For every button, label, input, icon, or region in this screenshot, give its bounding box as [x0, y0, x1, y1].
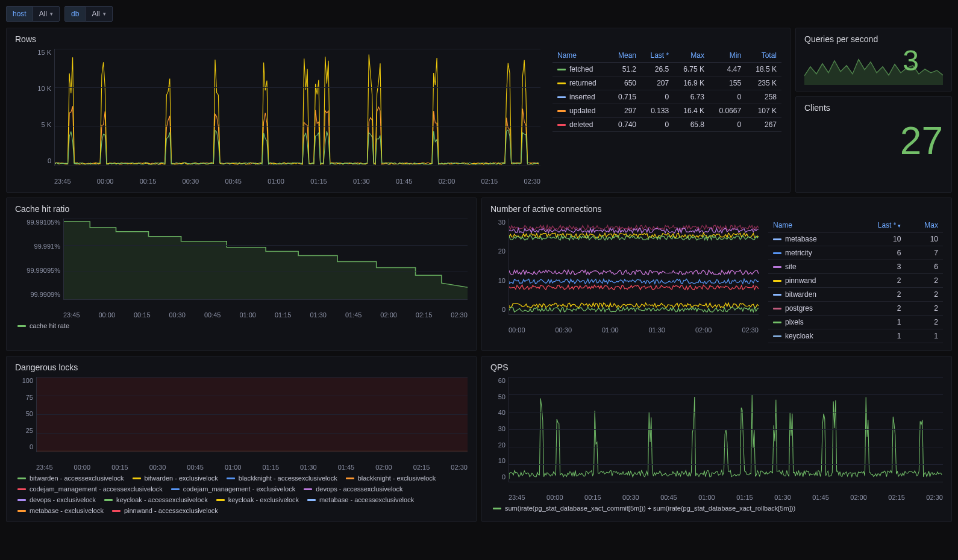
- var-host-select[interactable]: All ▾: [33, 6, 60, 22]
- var-host-value: All: [39, 10, 47, 18]
- table-row[interactable]: returned65020716.9 K155235 K: [553, 76, 781, 90]
- chevron-down-icon: ▾: [103, 11, 106, 17]
- table-header[interactable]: Name: [553, 49, 609, 63]
- panel-clients-stat[interactable]: Clients 27: [795, 96, 952, 193]
- panel-qps-stat[interactable]: Queries per second 3: [795, 28, 952, 92]
- panel-title: Queries per second: [804, 34, 943, 44]
- table-row[interactable]: inserted0.71506.730258: [553, 90, 781, 104]
- legend-item[interactable]: bitwarden - accessexclusivelock: [17, 474, 124, 482]
- table-header[interactable]: Name: [768, 219, 853, 232]
- legend-item[interactable]: metabase - accessexclusivelock: [307, 496, 414, 503]
- panel-title: Dangerous locks: [15, 362, 468, 372]
- table-header[interactable]: Last *: [641, 49, 674, 63]
- legend-item[interactable]: keycloak - exclusivelock: [216, 496, 299, 503]
- panel-connections[interactable]: Number of active connections 3020100 00:…: [481, 198, 952, 351]
- legend-item[interactable]: devops - accessexclusivelock: [304, 485, 402, 493]
- panel-rows[interactable]: Rows 15 K10 K5 K0: [6, 28, 791, 193]
- var-db-label: db: [64, 6, 86, 22]
- table-header[interactable]: Max: [906, 219, 943, 232]
- table-row[interactable]: fetched51.226.56.75 K4.4718.5 K: [553, 63, 781, 76]
- panel-title: QPS: [490, 362, 943, 372]
- legend-item[interactable]: sum(irate(pg_stat_database_xact_commit[5…: [493, 505, 795, 512]
- qps-stat-value: 3: [903, 44, 919, 77]
- table-header[interactable]: Mean: [609, 49, 641, 63]
- panel-locks[interactable]: Dangerous locks 1007550250 23:4500:0000:…: [6, 356, 477, 522]
- legend-item[interactable]: cache hit rate: [17, 322, 69, 329]
- connections-legend-table[interactable]: NameLast *▾Max metabase1010metricity67si…: [768, 219, 943, 343]
- chevron-down-icon: ▾: [50, 11, 53, 17]
- table-row[interactable]: updated2970.13316.4 K0.0667107 K: [553, 104, 781, 118]
- clients-stat-value: 27: [804, 119, 943, 163]
- var-host-label: host: [6, 6, 33, 22]
- table-row[interactable]: pinnwand22: [768, 274, 943, 288]
- legend-item[interactable]: blackknight - exclusivelock: [346, 474, 436, 482]
- legend-item[interactable]: codejam_management - accessexclusivelock: [17, 485, 163, 493]
- legend-item[interactable]: bitwarden - exclusivelock: [133, 474, 218, 482]
- table-row[interactable]: metabase1010: [768, 232, 943, 246]
- rows-legend-table[interactable]: NameMeanLast *MaxMinTotal fetched51.226.…: [553, 49, 781, 132]
- table-header[interactable]: Min: [709, 49, 746, 63]
- panel-title: Rows: [15, 34, 781, 44]
- legend-item[interactable]: keycloak - accessexclusivelock: [104, 496, 208, 503]
- legend-item[interactable]: devops - exclusivelock: [17, 496, 96, 503]
- var-db-value: All: [92, 10, 99, 18]
- table-row[interactable]: deleted0.740065.80267: [553, 118, 781, 132]
- legend-item[interactable]: blackknight - accessexclusivelock: [227, 474, 337, 482]
- table-row[interactable]: pixels12: [768, 316, 943, 329]
- legend-item[interactable]: pinnwand - accessexclusivelock: [112, 507, 218, 514]
- variable-toolbar: host All ▾ db All ▾: [6, 6, 952, 22]
- legend-item[interactable]: codejam_management - exclusivelock: [171, 485, 295, 493]
- table-header[interactable]: Last *▾: [853, 219, 906, 232]
- table-row[interactable]: postgres22: [768, 302, 943, 316]
- table-row[interactable]: metricity67: [768, 246, 943, 260]
- qps-sparkline: [804, 49, 943, 85]
- table-header[interactable]: Max: [674, 49, 709, 63]
- table-row[interactable]: site36: [768, 260, 943, 274]
- table-row[interactable]: keycloak11: [768, 329, 943, 343]
- var-db-select[interactable]: All ▾: [85, 6, 112, 22]
- legend-item[interactable]: metabase - exclusivelock: [17, 507, 104, 514]
- table-row[interactable]: bitwarden22: [768, 288, 943, 302]
- table-header[interactable]: Total: [746, 49, 781, 63]
- panel-title: Clients: [804, 103, 943, 113]
- panel-cache[interactable]: Cache hit ratio 99.99105%99.991%99.99095…: [6, 198, 477, 351]
- connections-chart-svg: [509, 219, 759, 314]
- panel-title: Number of active connections: [490, 204, 943, 214]
- panel-qps[interactable]: QPS 6050403020100 23:4500:0000:1500:3000…: [481, 356, 952, 522]
- panel-title: Cache hit ratio: [15, 204, 468, 214]
